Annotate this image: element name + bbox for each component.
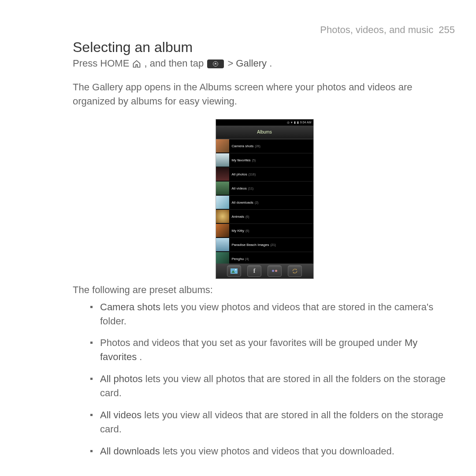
album-name: Paradise Beach Images: [232, 243, 269, 247]
preset-bold: All downloads: [100, 446, 160, 457]
list-item[interactable]: Animals (6): [216, 210, 313, 224]
list-item[interactable]: Paradise Beach Images (21): [216, 238, 313, 252]
album-name: All downloads: [232, 201, 253, 205]
gallery-label: Gallery: [236, 58, 267, 69]
phone-screenshot: ◎ ▾ ▮ ▮ 9:04 AM Albums Camera shots (26)…: [216, 119, 314, 279]
list-item[interactable]: All photos (116): [216, 167, 313, 182]
preset-text: lets you view photos and videos that you…: [163, 446, 394, 457]
album-count: (6): [245, 229, 249, 232]
list-item[interactable]: All videos (11): [216, 182, 313, 196]
preset-post: .: [139, 351, 142, 362]
list-item: Photos and videos that you set as your f…: [90, 336, 456, 364]
preset-pre: Photos and videos that you set as your f…: [100, 337, 405, 348]
album-thumb: [216, 224, 229, 237]
album-name: My favorites: [232, 158, 251, 162]
signal-icon: ▮: [294, 119, 296, 126]
album-thumb: [216, 139, 229, 152]
albums-header: Albums: [216, 126, 313, 139]
list-item: All photos lets you view all photos that…: [90, 372, 456, 400]
presets-list: Camera shots lets you view photos and vi…: [73, 300, 456, 458]
list-item[interactable]: My favorites (5): [216, 153, 313, 167]
instr-text-4: .: [269, 58, 272, 69]
wifi-icon: ▾: [291, 119, 293, 126]
list-item[interactable]: Penghu (4): [216, 252, 313, 264]
sync-icon[interactable]: [288, 265, 302, 277]
preset-bold: All photos: [100, 373, 143, 384]
album-name: Camera shots: [232, 144, 254, 148]
vibrate-icon: ◎: [287, 119, 290, 126]
album-name: All videos: [232, 186, 247, 190]
pictures-icon[interactable]: [227, 265, 241, 277]
album-count: (26): [255, 145, 260, 148]
album-thumb: [216, 182, 229, 195]
list-item[interactable]: Camera shots (26): [216, 139, 313, 153]
preset-bold: Camera shots: [100, 301, 160, 312]
instr-text-1: Press HOME: [73, 58, 132, 69]
album-count: (4): [245, 257, 249, 260]
album-count: (21): [270, 243, 275, 246]
album-list: Camera shots (26) My favorites (5) All p…: [216, 139, 313, 264]
list-item[interactable]: All downloads (2): [216, 196, 313, 210]
status-bar: ◎ ▾ ▮ ▮ 9:04 AM: [216, 119, 313, 126]
instr-text-3: >: [227, 58, 236, 69]
svg-point-2: [235, 269, 237, 270]
flickr-icon[interactable]: [268, 265, 282, 277]
svg-rect-0: [231, 268, 238, 274]
album-thumb: [216, 238, 229, 251]
presets-intro: The following are preset albums:: [73, 284, 456, 296]
instruction-line: Press HOME , and then tap > Gallery .: [73, 56, 456, 71]
bottom-bar: f: [216, 264, 313, 279]
album-count: (116): [249, 173, 256, 176]
facebook-icon[interactable]: f: [247, 265, 261, 277]
album-thumb: [216, 153, 229, 167]
section-title: Photos, videos, and music: [320, 24, 433, 35]
album-thumb: [216, 210, 229, 223]
preset-bold: All videos: [100, 409, 141, 420]
album-count: (5): [252, 159, 256, 162]
album-count: (2): [255, 201, 259, 204]
list-item: All downloads lets you view photos and v…: [90, 444, 456, 458]
status-time: 9:04 AM: [300, 119, 312, 126]
album-count: (6): [245, 215, 249, 218]
page-header: Photos, videos, and music 255: [73, 24, 456, 36]
apps-button-icon: [207, 60, 224, 68]
preset-text: lets you view all photos that are stored…: [100, 373, 446, 398]
intro-paragraph: The Gallery app opens in the Albums scre…: [73, 80, 456, 108]
page-title: Selecting an album: [73, 39, 456, 56]
album-thumb: [216, 167, 229, 181]
page-number: 255: [436, 24, 455, 35]
album-name: My Kitty: [232, 229, 244, 233]
preset-text: lets you view all videos that are stored…: [100, 409, 443, 435]
list-item: All videos lets you view all videos that…: [90, 408, 456, 436]
instr-text-2: , and then tap: [145, 58, 207, 69]
album-name: Penghu: [232, 257, 244, 261]
home-icon: [132, 59, 141, 69]
list-item: Camera shots lets you view photos and vi…: [90, 300, 456, 328]
list-item[interactable]: My Kitty (6): [216, 224, 313, 238]
album-count: (11): [248, 187, 253, 190]
battery-icon: ▮: [297, 119, 299, 126]
album-thumb: [216, 196, 229, 209]
album-thumb: [216, 252, 229, 264]
album-name: All photos: [232, 172, 247, 176]
album-name: Animals: [232, 215, 244, 219]
